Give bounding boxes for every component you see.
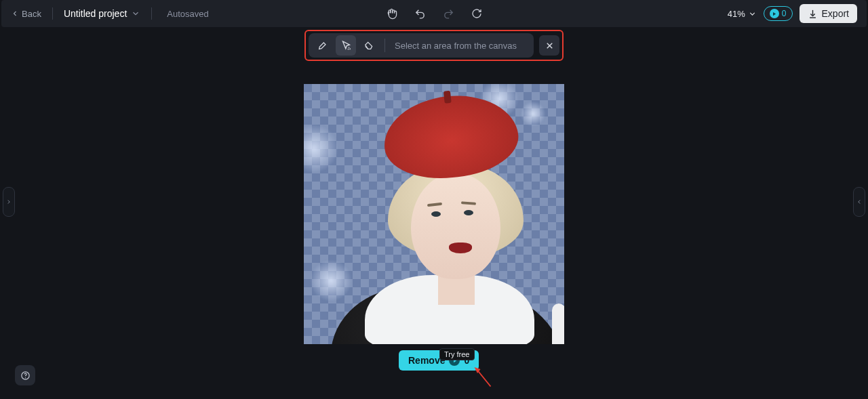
eraser-icon xyxy=(363,40,374,51)
help-icon xyxy=(20,371,31,381)
redo-button xyxy=(439,4,458,23)
cursor-select-icon xyxy=(340,40,352,51)
chevron-down-icon xyxy=(131,9,140,18)
export-label: Export xyxy=(822,8,849,19)
zoom-value: 41% xyxy=(728,9,745,19)
selection-toolbar: Select an area from the canvas xyxy=(309,33,534,58)
separator xyxy=(151,7,152,20)
selection-hint: Select an area from the canvas xyxy=(395,41,530,51)
selection-toolbar-highlight: Select an area from the canvas xyxy=(304,30,564,61)
undo-button[interactable] xyxy=(410,4,429,23)
autosave-status: Autosaved xyxy=(167,9,208,19)
svg-point-8 xyxy=(24,377,25,378)
back-label: Back xyxy=(22,9,41,19)
svg-point-1 xyxy=(348,47,350,49)
refresh-icon xyxy=(471,8,482,19)
topbar-left: Back Untitled project Autosaved xyxy=(11,7,209,20)
chevron-down-icon xyxy=(748,9,757,18)
download-icon xyxy=(808,9,818,19)
close-toolbar-button[interactable] xyxy=(539,35,559,56)
select-tool[interactable] xyxy=(336,35,356,56)
try-free-badge: Try free xyxy=(439,348,475,360)
help-button[interactable] xyxy=(15,365,35,385)
right-panel-toggle[interactable] xyxy=(853,187,865,217)
brush-tool[interactable] xyxy=(313,35,333,56)
export-button[interactable]: Export xyxy=(800,4,857,23)
project-name-dropdown[interactable]: Untitled project xyxy=(64,8,140,19)
topbar-right: 41% 0 Export xyxy=(728,4,857,23)
hand-icon xyxy=(386,8,397,20)
separator xyxy=(52,7,53,20)
project-name: Untitled project xyxy=(64,8,127,19)
pan-tool[interactable] xyxy=(382,4,401,23)
redo-icon xyxy=(443,8,454,20)
topbar-center xyxy=(382,4,486,23)
chevron-left-icon xyxy=(11,9,19,18)
back-button[interactable]: Back xyxy=(11,9,41,19)
brush-icon xyxy=(317,40,328,51)
zoom-dropdown[interactable]: 41% xyxy=(728,9,757,19)
separator xyxy=(384,39,385,52)
eraser-tool[interactable] xyxy=(359,35,379,56)
chevron-right-icon xyxy=(5,198,12,205)
svg-line-5 xyxy=(477,371,491,387)
undo-icon xyxy=(414,8,426,20)
close-icon xyxy=(545,41,555,51)
credits-value: 0 xyxy=(782,9,787,18)
credits-pill[interactable]: 0 xyxy=(764,6,793,21)
subject-image xyxy=(304,84,564,344)
chevron-left-icon xyxy=(856,198,863,205)
credits-icon xyxy=(770,9,779,18)
svg-marker-0 xyxy=(773,12,776,15)
reset-button[interactable] xyxy=(467,4,486,23)
annotation-arrow xyxy=(473,366,494,389)
top-bar: Back Untitled project Autosaved 41% xyxy=(1,0,867,27)
left-panel-toggle[interactable] xyxy=(3,187,15,217)
canvas[interactable] xyxy=(304,84,564,344)
